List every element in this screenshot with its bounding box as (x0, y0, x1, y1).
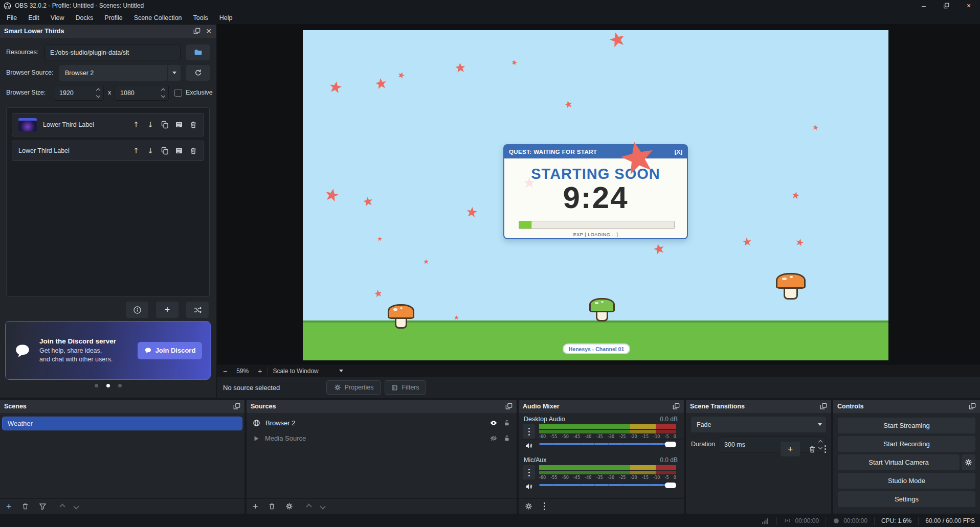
popout-icon[interactable] (233, 403, 240, 410)
scenes-dock-header[interactable]: Scenes (0, 400, 244, 413)
channel-menu-button[interactable] (523, 465, 535, 479)
channel-menu-button[interactable] (523, 424, 535, 439)
trash-icon[interactable] (189, 121, 197, 129)
quest-dialog-header[interactable]: QUEST: WAITING FOR START [X] (504, 145, 687, 158)
menu-tools[interactable]: Tools (188, 11, 214, 25)
browser-source-select[interactable]: Browser 2 (59, 65, 181, 81)
start-streaming-button[interactable]: Start Streaming (838, 418, 975, 433)
page-dot-active[interactable] (106, 384, 110, 387)
menu-view[interactable]: View (45, 11, 70, 25)
sources-dock-header[interactable]: Sources (247, 400, 517, 413)
zoom-out-button[interactable]: − (223, 367, 227, 375)
close-button[interactable]: × (957, 0, 980, 11)
studio-mode-button[interactable]: Studio Mode (838, 473, 975, 489)
spin-down-icon[interactable] (161, 93, 165, 97)
advanced-audio-button[interactable] (525, 502, 532, 510)
add-lower-third-button[interactable]: + (156, 302, 179, 318)
eye-hidden-icon[interactable] (489, 434, 498, 442)
scene-item-weather[interactable]: Weather (2, 417, 242, 430)
transition-select[interactable]: Fade (691, 417, 826, 432)
zoom-in-button[interactable]: + (258, 367, 262, 375)
source-row-media[interactable]: Media Source (247, 431, 517, 445)
source-properties-button[interactable] (285, 502, 293, 510)
browse-folder-button[interactable] (186, 44, 210, 60)
transition-menu-button[interactable] (825, 445, 826, 453)
move-down-icon[interactable]: ↓ (146, 146, 154, 155)
menu-profile[interactable]: Profile (99, 11, 128, 25)
restore-button[interactable] (935, 0, 957, 11)
scene-filters-button[interactable] (39, 502, 47, 510)
list-item[interactable]: Lower Third Label ↑ ↓ (12, 141, 204, 161)
browser-width-input[interactable] (54, 85, 93, 100)
properties-list-icon[interactable] (175, 121, 183, 129)
trash-icon[interactable] (189, 147, 197, 155)
settings-button[interactable]: Settings (838, 491, 975, 507)
page-dot[interactable] (118, 384, 122, 387)
discord-banner[interactable]: Join the Discord server Get help, share … (5, 321, 211, 380)
mixer-dock-header[interactable]: Audio Mixer (519, 400, 684, 413)
duplicate-icon[interactable] (161, 121, 169, 129)
move-down-icon[interactable]: ↓ (146, 120, 154, 129)
transitions-dock-header[interactable]: Scene Transitions (686, 400, 831, 413)
move-up-icon[interactable]: ↑ (132, 146, 140, 155)
exclusive-checkbox[interactable] (174, 89, 182, 97)
chevron-down-icon[interactable] (339, 370, 343, 372)
spin-up-icon[interactable] (161, 88, 165, 92)
menu-scene-collection[interactable]: Scene Collection (128, 11, 188, 25)
game-canvas[interactable]: QUEST: WAITING FOR START [X] STARTING SO… (303, 30, 888, 360)
info-button[interactable] (126, 302, 148, 318)
menu-file[interactable]: File (1, 11, 23, 25)
menu-help[interactable]: Help (214, 11, 238, 25)
properties-button[interactable]: Properties (326, 380, 381, 395)
move-source-up-button[interactable] (306, 503, 311, 509)
join-discord-button[interactable]: Join Discord (138, 342, 202, 359)
mute-button[interactable] (523, 481, 535, 492)
popout-icon[interactable] (820, 403, 827, 410)
duplicate-icon[interactable] (161, 147, 169, 155)
page-dot[interactable] (95, 384, 98, 387)
add-transition-button[interactable]: + (781, 442, 800, 456)
scale-mode-select[interactable]: Scale to Window (273, 368, 318, 375)
mixer-menu-button[interactable] (544, 502, 545, 510)
slider-handle[interactable] (665, 483, 676, 488)
remove-source-button[interactable] (268, 502, 276, 510)
remove-transition-button[interactable] (808, 445, 816, 453)
shuffle-button[interactable] (186, 302, 209, 318)
menu-edit[interactable]: Edit (23, 11, 45, 25)
add-source-button[interactable]: + (253, 502, 258, 511)
move-scene-up-button[interactable] (59, 503, 65, 509)
mute-button[interactable] (523, 440, 535, 451)
unlock-icon[interactable] (503, 434, 510, 442)
add-scene-button[interactable]: + (6, 502, 12, 511)
popout-icon[interactable] (673, 403, 680, 410)
filters-button[interactable]: Filters (385, 380, 426, 395)
spin-down-icon[interactable] (96, 93, 100, 97)
slider-handle[interactable] (665, 442, 676, 447)
spin-up-icon[interactable] (96, 88, 100, 92)
minimize-button[interactable]: – (912, 0, 935, 11)
list-item[interactable]: Lower Third Label ↑ ↓ (12, 113, 204, 136)
controls-dock-header[interactable]: Controls (833, 400, 980, 413)
move-up-icon[interactable]: ↑ (132, 120, 140, 129)
slt-dock-header[interactable]: Smart Lower Thirds ✕ (0, 25, 216, 38)
popout-icon[interactable] (505, 403, 513, 410)
start-virtual-camera-button[interactable]: Start Virtual Camera (838, 454, 960, 470)
start-recording-button[interactable]: Start Recording (838, 436, 975, 452)
popout-icon[interactable] (193, 28, 201, 35)
volume-slider[interactable] (539, 441, 676, 447)
properties-list-icon[interactable] (175, 147, 183, 155)
source-row-browser2[interactable]: Browser 2 (247, 416, 517, 430)
move-source-down-button[interactable] (320, 503, 325, 509)
quest-close-button[interactable]: [X] (675, 149, 682, 155)
close-dock-icon[interactable]: ✕ (206, 28, 212, 35)
resources-input[interactable] (44, 44, 181, 60)
browser-height-input[interactable] (115, 85, 158, 100)
popout-icon[interactable] (969, 403, 976, 410)
browser-height-stepper[interactable] (115, 85, 169, 101)
remove-scene-button[interactable] (21, 502, 29, 510)
eye-visible-icon[interactable] (489, 419, 498, 427)
move-scene-down-button[interactable] (73, 503, 79, 509)
refresh-button[interactable] (186, 65, 210, 81)
volume-slider[interactable] (539, 482, 676, 488)
menu-docks[interactable]: Docks (70, 11, 99, 25)
